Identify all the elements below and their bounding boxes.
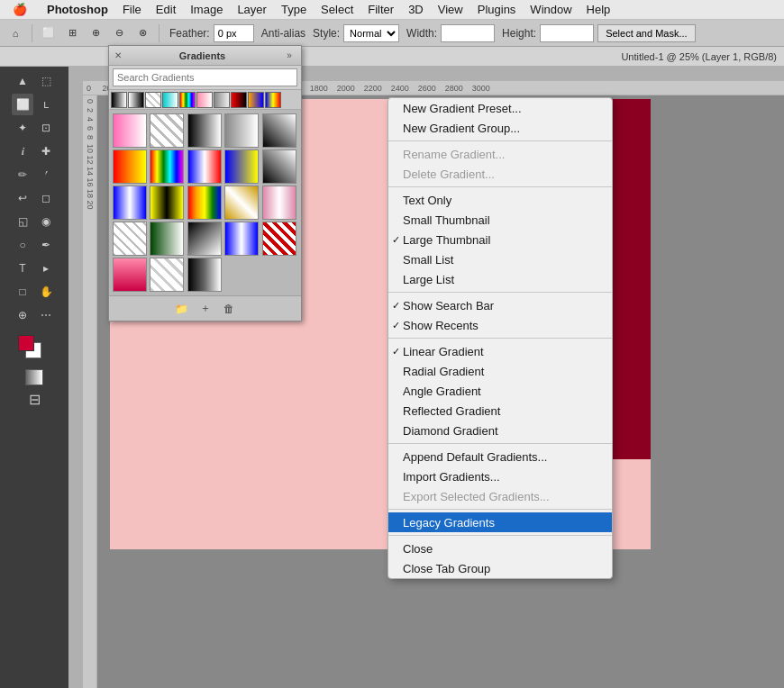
ctx-small-thumbnail[interactable]: Small Thumbnail [388,210,612,230]
zoom-tool[interactable]: ⊕ [12,304,33,326]
dodge-tool[interactable]: ○ [12,234,33,256]
shape-tool[interactable]: □ [12,281,33,303]
select-and-mask-button[interactable]: Select and Mask... [597,24,696,42]
ctx-text-only[interactable]: Text Only [388,190,612,210]
transform-icon[interactable]: ⊞ [62,23,82,43]
grad-thumb-16[interactable] [113,222,147,256]
panel-collapse-btn[interactable]: » [283,50,296,62]
ctx-small-list[interactable]: Small List [388,249,612,269]
preset-swatch-rainbow[interactable] [179,92,196,108]
preset-swatch-bw[interactable] [111,92,127,108]
menu-select[interactable]: Select [314,0,360,19]
marquee-icon[interactable]: ⬜ [39,23,59,43]
ctx-radial-gradient[interactable]: Radial Gradient [388,361,612,381]
ctx-show-search-bar[interactable]: Show Search Bar [388,295,612,315]
ctx-show-recents[interactable]: Show Recents [388,315,612,335]
ctx-close-tab-group[interactable]: Close Tab Group [388,558,612,578]
ctx-reflected-gradient[interactable]: Reflected Gradient [388,401,612,421]
grad-thumb-14[interactable] [224,186,259,220]
extras-tool[interactable]: ⋯ [35,304,57,326]
ctx-append-default[interactable]: Append Default Gradients... [388,447,612,466]
grad-thumb-11[interactable] [113,186,147,220]
preset-swatch-byr[interactable] [265,92,281,108]
grad-thumb-1[interactable] [113,113,147,148]
grad-thumb-18[interactable] [187,222,222,256]
magic-wand-tool[interactable]: ✦ [12,117,33,139]
delete-gradient-icon[interactable]: 🗑 [221,301,237,317]
add-gradient-icon[interactable]: ＋ [197,301,214,317]
grad-thumb-7[interactable] [150,149,184,184]
grad-thumb-8[interactable] [187,149,222,184]
grad-thumb-20[interactable] [262,222,296,256]
width-input[interactable] [441,24,495,42]
marquee-tool[interactable]: ⬜ [12,94,33,115]
preset-swatch-trans[interactable] [145,92,161,108]
menu-plugins[interactable]: Plugins [470,0,524,19]
menu-window[interactable]: Window [523,0,579,19]
panel-close-x[interactable]: ✕ [114,50,122,60]
stamp-tool[interactable]: ⎖ [35,164,57,186]
preset-swatch-red[interactable] [231,92,247,108]
grad-thumb-3[interactable] [187,113,222,148]
subtract-icon[interactable]: ⊖ [109,23,129,43]
lasso-tool[interactable]: ʟ [35,94,57,115]
arrow-tool[interactable]: ▲ [12,70,33,92]
menu-file[interactable]: File [115,0,149,19]
hand-tool[interactable]: ✋ [35,281,57,303]
menu-type[interactable]: Type [274,0,314,19]
ctx-angle-gradient[interactable]: Angle Gradient [388,381,612,401]
menu-image[interactable]: Image [183,0,230,19]
apple-menu[interactable]: 🍎 [0,3,40,16]
quick-mask-icon[interactable] [25,369,43,385]
grad-thumb-12[interactable] [150,186,184,220]
ctx-linear-gradient[interactable]: Linear Gradient [388,341,612,361]
preset-swatch-orange[interactable] [248,92,264,108]
grad-thumb-10[interactable] [262,149,296,184]
heal-tool[interactable]: ✚ [35,140,57,162]
height-input[interactable] [540,24,594,42]
path-select-tool[interactable]: ▸ [35,258,57,279]
screen-mode-icon[interactable]: ⊟ [29,391,41,408]
menu-edit[interactable]: Edit [149,0,183,19]
grad-thumb-21[interactable] [113,258,147,292]
gradient-tool[interactable]: ◱ [12,211,33,232]
history-tool[interactable]: ↩ [12,187,33,209]
grad-thumb-13[interactable] [187,186,222,220]
ctx-legacy-gradients[interactable]: Legacy Gradients [388,512,612,532]
ctx-diamond-gradient[interactable]: Diamond Gradient [388,421,612,440]
preset-swatch-pink[interactable] [196,92,213,108]
intersect-icon[interactable]: ⊗ [132,23,152,43]
preset-swatch-gray[interactable] [214,92,230,108]
menu-3d[interactable]: 3D [401,0,431,19]
menu-view[interactable]: View [431,0,470,19]
preset-swatch-wb[interactable] [128,92,144,108]
feather-input[interactable] [214,24,254,42]
grad-thumb-17[interactable] [150,222,184,256]
eyedropper-tool[interactable]: 𝒊 [12,140,33,162]
type-tool[interactable]: T [12,258,33,279]
preset-swatch-cyan[interactable] [162,92,178,108]
ctx-import-gradients[interactable]: Import Gradients... [388,466,612,486]
menu-layer[interactable]: Layer [230,0,274,19]
folder-icon[interactable]: 📁 [174,301,190,317]
eraser-tool[interactable]: ◻ [35,187,57,209]
menu-filter[interactable]: Filter [360,0,401,19]
grad-thumb-19[interactable] [224,222,259,256]
search-input[interactable] [113,68,297,86]
grad-thumb-6[interactable] [113,149,147,184]
ctx-large-list[interactable]: Large List [388,269,612,289]
blur-tool[interactable]: ◉ [35,211,57,232]
style-select[interactable]: Normal [343,24,399,42]
add-icon[interactable]: ⊕ [86,23,105,43]
pen-tool[interactable]: ✒ [35,234,57,256]
ctx-close[interactable]: Close [388,539,612,558]
grad-thumb-4[interactable] [224,113,259,148]
menu-photoshop[interactable]: Photoshop [40,0,115,19]
grad-thumb-22[interactable] [150,258,184,292]
foreground-color-swatch[interactable] [18,335,34,351]
select-tool[interactable]: ⬚ [35,70,57,92]
grad-thumb-23[interactable] [187,258,222,292]
crop-tool[interactable]: ⊡ [35,117,57,139]
grad-thumb-9[interactable] [224,149,259,184]
ctx-new-gradient-preset[interactable]: New Gradient Preset... [388,98,612,118]
